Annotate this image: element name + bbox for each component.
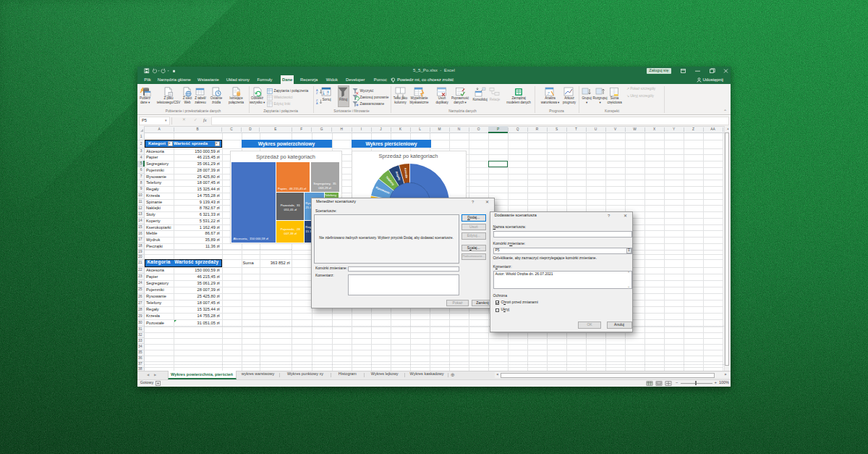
svg-text:?: ? — [547, 91, 550, 96]
svg-text:Z: Z — [316, 92, 318, 95]
svg-text:Z: Z — [327, 93, 328, 96]
svg-text:A: A — [316, 102, 318, 104]
